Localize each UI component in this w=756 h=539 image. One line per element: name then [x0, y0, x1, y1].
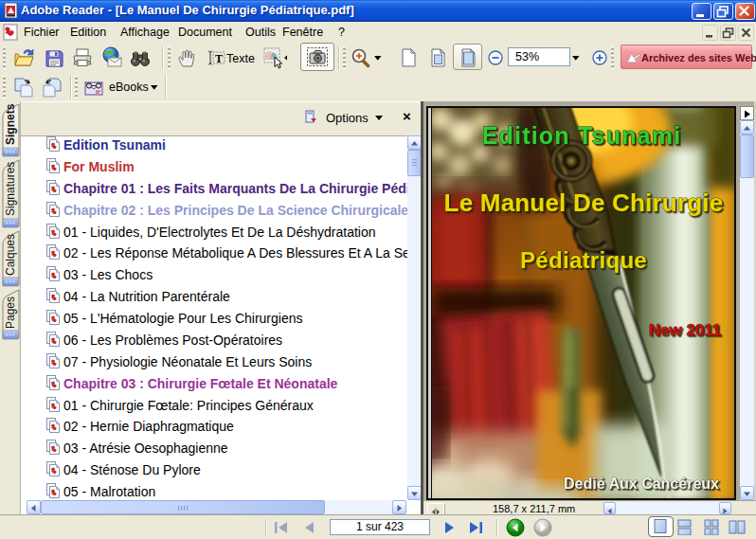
svg-text:T: T	[215, 52, 223, 65]
svg-text:Signets: Signets	[4, 103, 17, 145]
svg-text:Signatures: Signatures	[4, 162, 17, 216]
svg-text:Pages: Pages	[4, 296, 17, 329]
svg-text:Calques: Calques	[4, 234, 17, 276]
